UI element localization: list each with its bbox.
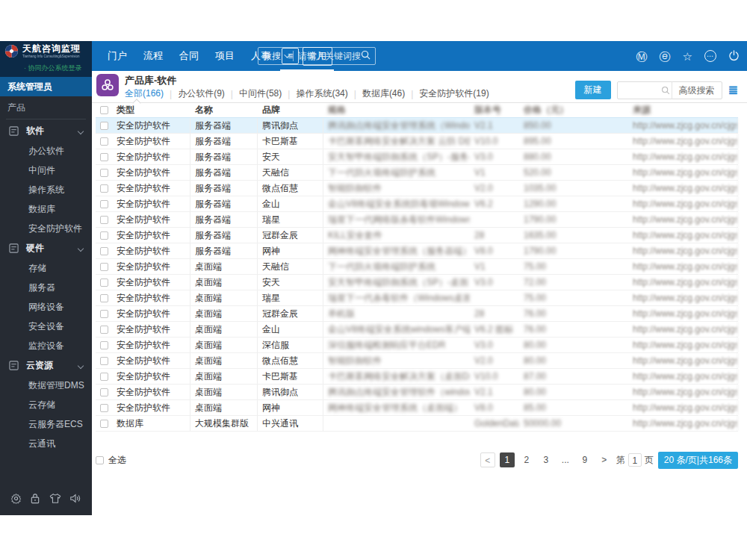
row-checkbox[interactable]: [100, 247, 108, 255]
row-checkbox[interactable]: [100, 279, 108, 287]
nav-item-4[interactable]: 项目: [207, 41, 243, 71]
cell-source[interactable]: http://www.zjcg.gov.cn/cjgs/: [628, 243, 738, 258]
advanced-search-button[interactable]: 高级搜索: [672, 81, 722, 99]
more-options-icon[interactable]: ⋯: [704, 50, 716, 62]
sidebar-item-数据管理DMS[interactable]: 数据管理DMS: [0, 376, 92, 395]
sidebar-item-操作系统[interactable]: 操作系统: [0, 180, 92, 199]
sidebar-item-中间件[interactable]: 中间件: [0, 161, 92, 180]
row-checkbox[interactable]: [100, 169, 108, 177]
sidebar-item-云服务器ECS[interactable]: 云服务器ECS: [0, 414, 92, 434]
lock-icon[interactable]: [30, 493, 40, 504]
sidebar-item-数据库[interactable]: 数据库: [0, 199, 92, 219]
table-row[interactable]: 安全防护软件服务器端安天安天智甲终端防御系统（SP）-服务器V3.0880.00…: [96, 149, 738, 165]
table-row[interactable]: 安全防护软件服务器端腾讯御点腾讯御点终端安全管理系统（Windows版）V2.1…: [96, 118, 738, 134]
table-row[interactable]: 安全防护软件桌面端微点佰慧智能防御软件V2.080.00http://www.z…: [96, 353, 738, 369]
row-checkbox[interactable]: [100, 310, 108, 318]
row-checkbox[interactable]: [100, 326, 108, 334]
nav-item-2[interactable]: 流程: [135, 41, 171, 71]
sidebar-item-安全防护软件[interactable]: 安全防护软件: [0, 219, 92, 238]
row-checkbox[interactable]: [100, 388, 108, 396]
table-row[interactable]: 安全防护软件服务器端金山金山V8终端安全系统防毒墙Windows服务器V6.21…: [96, 196, 738, 212]
cell-source[interactable]: http://www.zjcg.gov.cn/cjgs/: [628, 416, 738, 431]
row-checkbox[interactable]: [100, 341, 108, 349]
circled-e-icon[interactable]: ⓔ: [660, 51, 671, 62]
page-button-1[interactable]: 1: [500, 452, 515, 467]
row-checkbox[interactable]: [100, 404, 108, 412]
select-all-checkbox[interactable]: [96, 456, 104, 464]
cell-source[interactable]: http://www.zjcg.gov.cn/cjgs/: [628, 181, 738, 196]
cell-source[interactable]: http://www.zjcg.gov.cn/cjgs/: [628, 165, 738, 180]
cell-source[interactable]: http://www.zjcg.gov.cn/cjgs/: [628, 134, 738, 149]
row-checkbox[interactable]: [100, 200, 108, 208]
table-search-input[interactable]: [618, 85, 660, 96]
table-row[interactable]: 安全防护软件桌面端卡巴斯基卡巴斯基网络安全解决方案（桌面D级别）- KD...V…: [96, 369, 738, 385]
settings-gear-icon[interactable]: [10, 493, 22, 504]
table-row[interactable]: 安全防护软件桌面端瑞星瑞星下一代杀毒软件（Windows桌面版）75.00htt…: [96, 290, 738, 306]
nav-item-1[interactable]: 门户: [99, 41, 135, 71]
list-view-icon[interactable]: ≣: [728, 84, 738, 96]
sidebar-group-3[interactable]: 云资源: [0, 355, 92, 376]
power-icon[interactable]: [728, 50, 740, 63]
table-row[interactable]: 数据库大规模集群版中兴通讯GoldenData s...50000.00http…: [96, 416, 738, 432]
row-checkbox[interactable]: [100, 231, 108, 240]
search-icon-small[interactable]: [660, 86, 672, 95]
filter-tab-1[interactable]: 全部(166): [125, 87, 164, 100]
prev-page-button[interactable]: <: [480, 452, 495, 467]
table-row[interactable]: 安全防护软件服务器端卡巴斯基卡巴斯基网络安全解决方案 云防 D级别V10.089…: [96, 134, 738, 149]
oa-login-link[interactable]: · 协同办公系统登录: [24, 63, 87, 73]
table-row[interactable]: 安全防护软件桌面端安天安天智甲终端防御系统（SP）-桌面V3.072.00htt…: [96, 275, 738, 290]
row-checkbox[interactable]: [100, 373, 108, 381]
table-row[interactable]: 安全防护软件服务器端微点佰慧智能防御软件V2.01035.00http://ww…: [96, 181, 738, 196]
row-checkbox[interactable]: [100, 263, 108, 271]
cell-source[interactable]: http://www.zjcg.gov.cn/cjgs/: [628, 369, 738, 384]
header-checkbox[interactable]: [100, 106, 108, 114]
theme-shirt-icon[interactable]: [49, 493, 61, 504]
page-button-2[interactable]: 2: [519, 452, 534, 467]
star-icon[interactable]: ☆: [683, 51, 692, 62]
filter-tab-3[interactable]: 中间件(58): [239, 87, 282, 100]
cell-source[interactable]: http://www.zjcg.gov.cn/cjgs/: [628, 228, 738, 243]
page-button-9[interactable]: 9: [577, 452, 592, 467]
next-page-button[interactable]: >: [597, 452, 612, 467]
sidebar-group-1[interactable]: 软件: [0, 121, 92, 141]
sidebar-item-服务器[interactable]: 服务器: [0, 278, 92, 297]
new-button[interactable]: 新建: [575, 81, 611, 99]
table-row[interactable]: 安全防护软件服务器端冠群金辰KILL安全套件281635.00http://ww…: [96, 228, 738, 243]
filter-tab-5[interactable]: 数据库(46): [362, 87, 405, 100]
cell-source[interactable]: http://www.zjcg.gov.cn/cjgs/: [628, 212, 738, 227]
filter-tab-4[interactable]: 操作系统(34): [296, 87, 347, 100]
table-row[interactable]: 安全防护软件桌面端天融信下一代防火墙终端防护系统V175.00http://ww…: [96, 259, 738, 275]
cell-source[interactable]: http://www.zjcg.gov.cn/cjgs/: [628, 275, 738, 290]
sidebar-item-云存储[interactable]: 云存储: [0, 395, 92, 414]
row-checkbox[interactable]: [100, 137, 108, 146]
circled-m-icon[interactable]: Ⓜ: [636, 51, 648, 62]
search-scope-label[interactable]: 微搜: [263, 50, 281, 63]
cell-source[interactable]: http://www.zjcg.gov.cn/cjgs/: [628, 290, 738, 305]
cell-source[interactable]: http://www.zjcg.gov.cn/cjgs/: [628, 322, 738, 337]
sidebar-item-办公软件[interactable]: 办公软件: [0, 141, 92, 161]
table-row[interactable]: 安全防护软件桌面端金山金山V8终端安全系统windows客户端V6.2 图标76…: [96, 322, 738, 337]
global-search-input[interactable]: [298, 51, 361, 61]
cell-source[interactable]: http://www.zjcg.gov.cn/cjgs/: [628, 353, 738, 368]
sidebar-item-安全设备[interactable]: 安全设备: [0, 317, 92, 336]
row-checkbox[interactable]: [100, 357, 108, 365]
table-row[interactable]: 安全防护软件服务器端天融信下一代防火墙终端防护系统V1520.00http://…: [96, 165, 738, 181]
table-row[interactable]: 安全防护软件桌面端网神网神终端安全管理系统（桌面端）V8.085.00http:…: [96, 400, 738, 416]
cell-source[interactable]: http://www.zjcg.gov.cn/cjgs/: [628, 306, 738, 321]
table-row[interactable]: 安全防护软件服务器端网神网神终端安全管理系统（服务器端）V8.01790.00h…: [96, 243, 738, 259]
cell-source[interactable]: http://www.zjcg.gov.cn/cjgs/: [628, 385, 738, 399]
sidebar-item-网络设备[interactable]: 网络设备: [0, 297, 92, 317]
table-row[interactable]: 安全防护软件桌面端腾讯御点腾讯御点终端安全管理软件（windows版）/ V2.…: [96, 385, 738, 400]
sidebar-item-监控设备[interactable]: 监控设备: [0, 336, 92, 355]
row-checkbox[interactable]: [100, 420, 108, 428]
filter-tab-6[interactable]: 安全防护软件(19): [419, 87, 489, 100]
row-checkbox[interactable]: [100, 294, 108, 302]
row-checkbox[interactable]: [100, 153, 108, 161]
sidebar-item-云通讯[interactable]: 云通讯: [0, 434, 92, 453]
cell-source[interactable]: http://www.zjcg.gov.cn/cjgs/: [628, 118, 738, 133]
search-icon[interactable]: [361, 49, 371, 63]
sound-speaker-icon[interactable]: [69, 493, 81, 504]
row-checkbox[interactable]: [100, 216, 108, 224]
table-row[interactable]: 安全防护软件桌面端冠群金辰单机版2876.00http://www.zjcg.g…: [96, 306, 738, 322]
row-checkbox[interactable]: [100, 184, 108, 193]
